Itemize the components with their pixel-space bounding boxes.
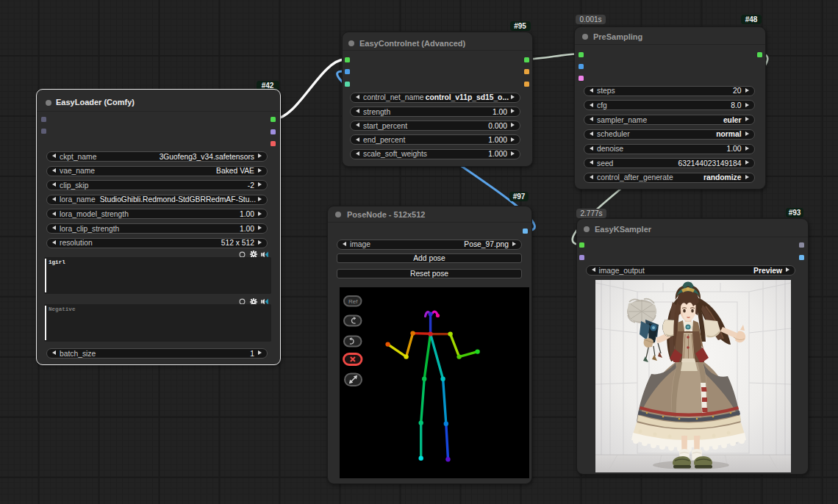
svg-text:Ref: Ref xyxy=(348,298,358,305)
